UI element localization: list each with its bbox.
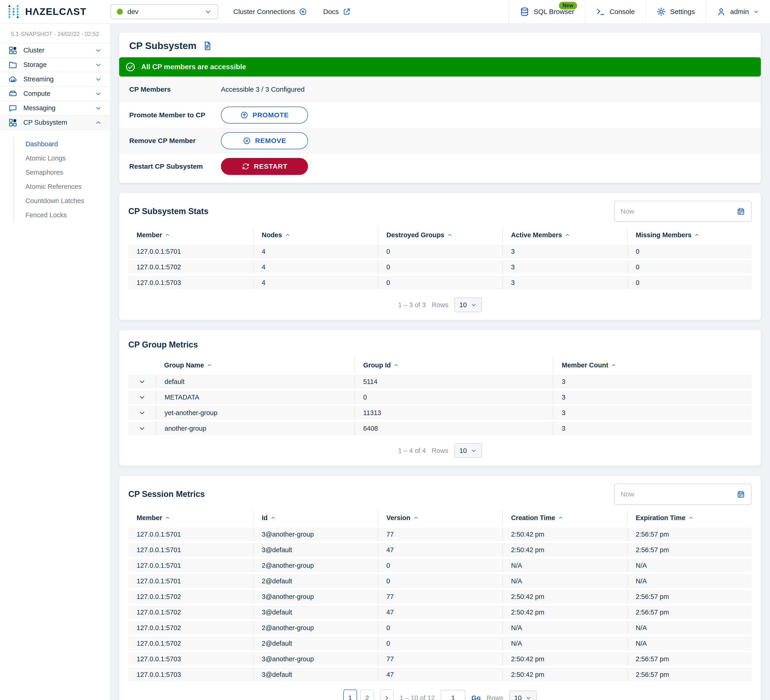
sidebar-item-label: Messaging	[23, 104, 55, 112]
submenu-item-fenced-locks[interactable]: Fenced Locks	[14, 208, 110, 222]
table-row: 127.0.0.1:57014030	[128, 245, 752, 258]
page-title: CP Subsystem	[129, 41, 196, 51]
column-header-member[interactable]: Member	[128, 510, 253, 526]
goto-page-input[interactable]	[441, 690, 466, 700]
table-cell: 0	[378, 574, 502, 588]
sql-browser-button[interactable]: New SQL Browser	[508, 0, 585, 23]
row-expander[interactable]	[128, 422, 156, 435]
sessions-time-filter[interactable]: Now	[614, 484, 752, 505]
table-cell: 0	[354, 391, 553, 404]
column-header-missing-members[interactable]: Missing Members	[627, 227, 752, 243]
sidebar-item-messaging[interactable]: Messaging	[0, 100, 110, 115]
sidebar-item-compute[interactable]: Compute	[0, 86, 110, 100]
table-row: 127.0.0.1:57033@another-group772:50:42 p…	[128, 652, 752, 666]
column-header-group-name[interactable]: Group Name	[156, 357, 354, 373]
cp-session-metrics-card: CP Session Metrics Now MemberIdVersionCr…	[119, 476, 761, 700]
calendar-icon	[736, 490, 745, 499]
console-button[interactable]: Console	[585, 0, 645, 23]
sidebar-item-streaming[interactable]: Streaming	[0, 72, 110, 86]
submenu-item-countdown-latches[interactable]: Countdown Latches	[14, 194, 110, 208]
column-header-version[interactable]: Version	[378, 510, 502, 526]
column-header-creation-time[interactable]: Creation Time	[502, 510, 627, 526]
sidebar-item-storage[interactable]: Storage	[0, 57, 110, 72]
chevron-right-icon	[383, 695, 390, 700]
row-expander[interactable]	[128, 406, 156, 420]
sort-up-icon	[413, 515, 419, 520]
user-menu[interactable]: admin	[705, 0, 770, 23]
column-header-active-members[interactable]: Active Members	[502, 227, 627, 243]
chevron-down-icon	[471, 447, 477, 454]
groups-rows-label: Rows	[432, 447, 448, 455]
sessions-table-body: 127.0.0.1:57013@another-group772:50:42 p…	[128, 528, 752, 681]
column-label: Group Id	[363, 361, 391, 369]
sidebar-item-cp-subsystem[interactable]: CP Subsystem	[0, 115, 110, 130]
row-expander[interactable]	[128, 375, 156, 388]
table-cell: 2:56:57 pm	[627, 652, 752, 666]
sort-up-icon	[270, 515, 276, 520]
submenu-item-dashboard[interactable]: Dashboard	[14, 137, 110, 151]
sidebar-item-label: Compute	[23, 90, 50, 97]
submenu-item-atomic-longs[interactable]: Atomic Longs	[14, 151, 110, 165]
sessions-table-header: MemberIdVersionCreation TimeExpiration T…	[128, 510, 752, 526]
table-cell: 77	[378, 528, 502, 541]
column-header-id[interactable]: Id	[253, 510, 378, 526]
table-cell: 0	[378, 637, 502, 650]
table-cell: another-group	[156, 422, 354, 435]
next-page-button[interactable]	[380, 689, 394, 700]
table-cell: 4	[253, 260, 378, 274]
row-expander[interactable]	[128, 391, 156, 404]
table-cell: N/A	[627, 559, 752, 572]
sort-up-icon	[447, 232, 453, 238]
settings-button[interactable]: Settings	[645, 0, 705, 23]
column-header-group-id[interactable]: Group Id	[354, 357, 553, 373]
table-row: METADATA03	[128, 391, 752, 404]
table-cell: 0	[378, 621, 502, 634]
sessions-page-size-select[interactable]: 10	[509, 690, 537, 700]
column-header-expiration-time[interactable]: Expiration Time	[627, 510, 752, 526]
table-cell: 2:50:42 pm	[502, 606, 627, 619]
brand-name: HΛZELCΛST	[25, 6, 87, 17]
table-cell: 0	[378, 260, 502, 274]
table-row: 127.0.0.1:57033@default472:50:42 pm2:56:…	[128, 668, 752, 681]
go-button[interactable]: Go	[471, 694, 480, 700]
sort-up-icon	[207, 362, 212, 368]
restart-button[interactable]: RESTART	[221, 158, 308, 175]
table-row: 127.0.0.1:57034030	[128, 276, 752, 289]
promote-button[interactable]: PROMOTE	[221, 107, 308, 123]
docs-link[interactable]: Docs	[323, 8, 351, 16]
table-cell: 77	[378, 652, 502, 666]
cluster-select[interactable]: dev	[110, 4, 218, 19]
stats-time-filter[interactable]: Now	[614, 201, 752, 222]
table-row: 127.0.0.1:57013@another-group772:50:42 p…	[128, 528, 752, 541]
column-header-destroyed-groups[interactable]: Destroyed Groups	[378, 227, 502, 243]
document-icon[interactable]	[202, 41, 212, 51]
sidebar-nav: ClusterStorageStreamingComputeMessagingC…	[0, 43, 110, 130]
remove-button[interactable]: REMOVE	[221, 132, 308, 149]
groups-page-size-select[interactable]: 10	[455, 443, 482, 458]
table-cell: 5114	[354, 375, 553, 388]
cluster-connections-link[interactable]: Cluster Connections	[233, 8, 307, 16]
stats-page-size-value: 10	[459, 301, 467, 309]
chevron-down-icon	[138, 378, 146, 385]
table-cell: 3	[553, 375, 752, 388]
restart-label: Restart CP Subsystem	[129, 162, 221, 170]
page-button-1[interactable]: 1	[343, 689, 357, 700]
submenu-item-atomic-references[interactable]: Atomic References	[14, 180, 110, 194]
column-header-member[interactable]: Member	[128, 227, 253, 243]
column-label: Member	[137, 514, 162, 522]
sessions-title: CP Session Metrics	[128, 489, 205, 499]
grid-icon	[8, 46, 18, 55]
sidebar-item-cluster[interactable]: Cluster	[0, 43, 110, 57]
table-cell: 127.0.0.1:5702	[128, 260, 253, 274]
table-cell: 47	[378, 668, 502, 681]
console-label: Console	[610, 8, 635, 16]
cluster-connections-label: Cluster Connections	[233, 8, 295, 16]
column-header-nodes[interactable]: Nodes	[253, 227, 378, 243]
stats-page-size-select[interactable]: 10	[455, 298, 482, 312]
submenu-item-semaphores[interactable]: Semaphores	[14, 165, 110, 180]
sort-up-icon	[165, 515, 170, 520]
page-button-2[interactable]: 2	[360, 689, 374, 700]
submenu-item-label: Dashboard	[26, 140, 58, 148]
brand[interactable]: HΛZELCΛST	[0, 5, 110, 19]
column-header-member-count[interactable]: Member Count	[553, 357, 752, 373]
